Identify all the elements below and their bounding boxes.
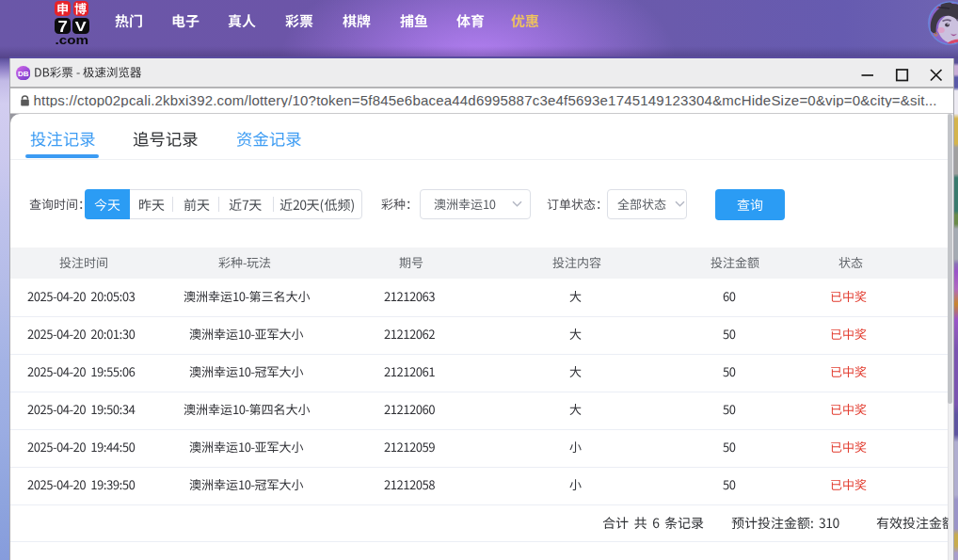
svg-text:DB: DB [17, 69, 28, 77]
